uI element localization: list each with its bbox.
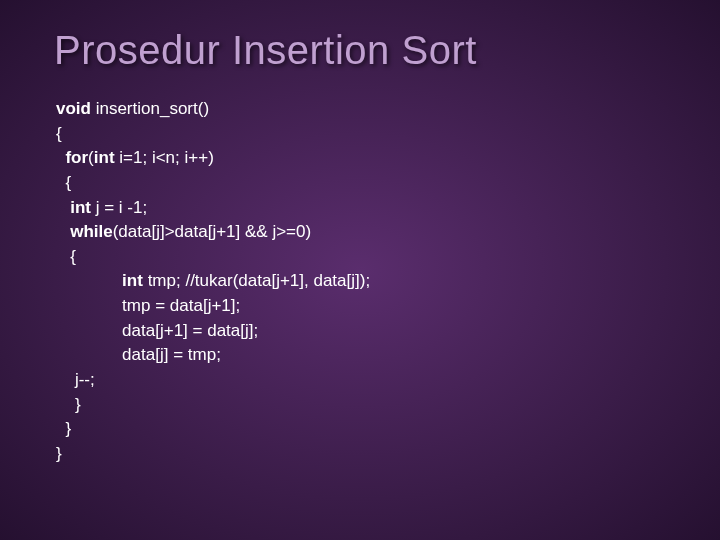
kw-int: int: [56, 198, 91, 217]
code-text: }: [56, 395, 81, 414]
code-text: }: [56, 419, 71, 438]
code-text: insertion_sort(): [91, 99, 209, 118]
kw-while: while: [56, 222, 113, 241]
slide-title: Prosedur Insertion Sort: [54, 28, 666, 73]
slide: Prosedur Insertion Sort void insertion_s…: [0, 0, 720, 540]
kw-void: void: [56, 99, 91, 118]
code-text: }: [56, 444, 62, 463]
kw-int: int: [56, 271, 143, 290]
code-text: {: [56, 247, 76, 266]
kw-int: int: [94, 148, 115, 167]
code-text: i=1; i<n; i++): [115, 148, 214, 167]
kw-for: for: [56, 148, 88, 167]
code-text: (data[j]>data[j+1] && j>=0): [113, 222, 311, 241]
code-text: data[j] = tmp;: [56, 345, 221, 364]
code-text: data[j+1] = data[j];: [56, 321, 258, 340]
code-text: {: [56, 124, 62, 143]
code-block: void insertion_sort() { for(int i=1; i<n…: [54, 97, 666, 467]
code-text: j--;: [56, 370, 95, 389]
code-text: {: [56, 173, 71, 192]
code-text: tmp = data[j+1];: [56, 296, 240, 315]
code-text: tmp; //tukar(data[j+1], data[j]);: [143, 271, 370, 290]
code-text: j = i -1;: [91, 198, 147, 217]
